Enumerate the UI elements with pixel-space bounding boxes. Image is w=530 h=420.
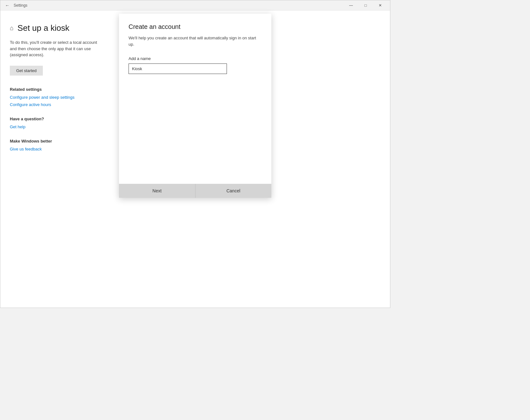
- dialog-footer: Next Cancel: [119, 177, 271, 198]
- cancel-button[interactable]: Cancel: [195, 184, 272, 198]
- name-input[interactable]: [129, 63, 227, 74]
- next-button[interactable]: Next: [119, 184, 195, 198]
- close-button[interactable]: ✕: [373, 0, 388, 10]
- dialog-spacer: [129, 74, 262, 177]
- minimize-button[interactable]: —: [344, 0, 358, 10]
- maximize-button[interactable]: □: [358, 0, 373, 10]
- title-bar: ← Settings — □ ✕: [0, 0, 390, 10]
- dialog-overlay: Create an account We'll help you create …: [0, 10, 390, 308]
- window-title: Settings: [14, 3, 27, 8]
- back-button[interactable]: ←: [3, 1, 12, 10]
- main-content: ⌂ Set up a kiosk To do this, you'll crea…: [0, 10, 390, 308]
- create-account-dialog: Create an account We'll help you create …: [119, 14, 271, 198]
- name-field-label: Add a name: [129, 56, 262, 61]
- settings-window: ← Settings — □ ✕ ⌂ Set up a kiosk To do …: [0, 0, 390, 308]
- window-controls: — □ ✕: [344, 0, 388, 10]
- dialog-description: We'll help you create an account that wi…: [129, 35, 262, 47]
- dialog-title: Create an account: [129, 23, 262, 30]
